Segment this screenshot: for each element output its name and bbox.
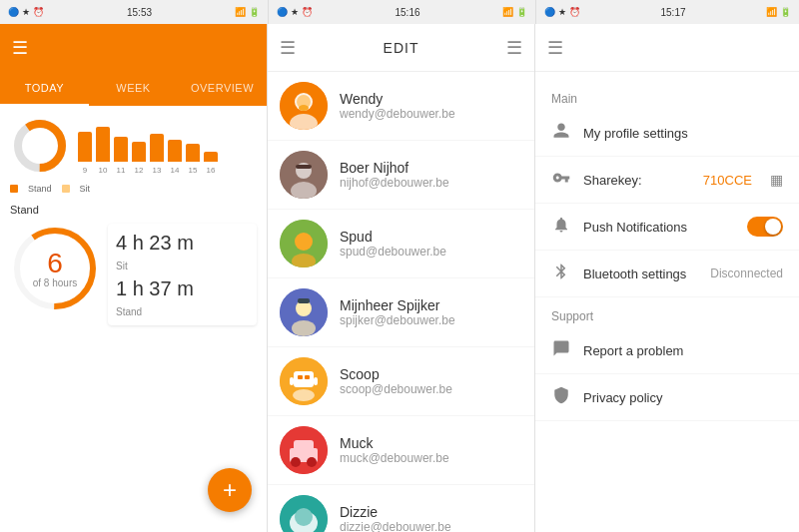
hamburger-icon-right[interactable]: ☰ (547, 37, 563, 59)
bar-label-11: 11 (114, 166, 128, 175)
contact-email-dizzie: dizzie@debouwer.be (340, 520, 522, 532)
panel-contacts: ☰ EDIT ☰ Wendy wendy@debouwer.be (268, 24, 535, 532)
hamburger-icon-mid[interactable]: ☰ (280, 37, 296, 59)
bluetooth-label: Bluetooth settings (583, 266, 698, 281)
panel-settings: ☰ Main My profile settings Sharekey: 710… (535, 24, 799, 532)
contact-info-mijnheer: Mijnheer Spijker spijker@debouwer.be (340, 297, 522, 327)
contact-info-spud: Spud spud@debouwer.be (340, 229, 522, 259)
contact-name-spud: Spud (340, 229, 522, 245)
status-icons-2: 🔵★⏰ (277, 7, 313, 17)
settings-header: ☰ (535, 24, 799, 72)
contact-scoop[interactable]: Scoop scoop@debouwer.be (268, 347, 534, 416)
time-stats: 4 h 23 m Sit 1 h 37 m Stand (108, 224, 257, 325)
sharekey-label: Sharekey: (583, 173, 691, 188)
bluetooth-icon (551, 263, 571, 284)
contact-dizzie[interactable]: Dizzie dizzie@debouwer.be (268, 485, 534, 532)
svg-rect-23 (305, 375, 310, 379)
status-icons-2b: 📶🔋 (502, 7, 527, 17)
legend-stand-label: Stand (28, 184, 52, 194)
bar-labels: 9 10 11 12 13 14 15 16 (78, 166, 257, 175)
settings-report[interactable]: Report a problem (535, 327, 799, 374)
tab-overview[interactable]: OVERVIEW (178, 72, 267, 106)
bar-4 (132, 142, 146, 162)
hamburger-icon-left[interactable]: ☰ (12, 37, 28, 59)
stand-time: 1 h 37 m (116, 277, 249, 300)
chart-row: 9 10 11 12 13 14 15 16 (10, 116, 257, 176)
bar-3 (114, 137, 128, 162)
stand-row: 6 of 8 hours 4 h 23 m Sit 1 h 37 m Stand (10, 224, 257, 325)
contact-name-mijnheer: Mijnheer Spijker (340, 297, 522, 313)
svg-rect-22 (298, 375, 303, 379)
tab-today[interactable]: TODAY (0, 72, 89, 106)
bar-1 (78, 132, 92, 162)
bar-label-15: 15 (186, 166, 200, 175)
svg-rect-25 (314, 377, 318, 385)
settings-privacy[interactable]: Privacy policy (535, 374, 799, 421)
contact-muck[interactable]: Muck muck@debouwer.be (268, 416, 534, 485)
avatar-spud (280, 220, 328, 267)
status-icons-1: 🔵★⏰ (8, 7, 44, 17)
contact-info-muck: Muck muck@debouwer.be (340, 435, 522, 465)
bar-label-12: 12 (132, 166, 146, 175)
contact-wendy[interactable]: Wendy wendy@debouwer.be (268, 72, 534, 141)
shield-icon (551, 386, 571, 408)
stand-circle: 6 of 8 hours (10, 224, 100, 313)
svg-point-19 (292, 320, 316, 336)
avatar-wendy (280, 82, 328, 130)
support-section-title: Support (535, 297, 799, 327)
bar-6 (168, 140, 182, 162)
donut-chart (10, 116, 70, 176)
contact-email-scoop: scoop@debouwer.be (340, 382, 522, 396)
main-section-title: Main (535, 80, 799, 110)
bar-5 (150, 134, 164, 162)
circle-inner: 6 of 8 hours (33, 250, 77, 288)
svg-rect-24 (290, 377, 294, 385)
svg-point-8 (299, 105, 309, 111)
contact-boer[interactable]: Boer Nijhof nijhof@debouwer.be (268, 141, 534, 210)
tab-week[interactable]: WEEK (89, 72, 178, 106)
key-icon (551, 169, 571, 191)
svg-rect-11 (296, 165, 312, 169)
contact-info-wendy: Wendy wendy@debouwer.be (340, 91, 522, 121)
time-3: 15:17 (660, 7, 685, 18)
contact-spud[interactable]: Spud spud@debouwer.be (268, 210, 534, 278)
svg-rect-21 (294, 371, 314, 387)
tab-bar: TODAY WEEK OVERVIEW (0, 72, 267, 106)
settings-sharekey[interactable]: Sharekey: 710CCE ▦ (535, 157, 799, 204)
settings-notifications[interactable]: Push Notifications (535, 204, 799, 251)
contact-email-muck: muck@debouwer.be (340, 451, 522, 465)
activity-header: ☰ (0, 24, 267, 72)
notifications-label: Push Notifications (583, 220, 735, 235)
privacy-label: Privacy policy (583, 390, 783, 405)
settings-bluetooth[interactable]: Bluetooth settings Disconnected (535, 251, 799, 297)
sit-time: 4 h 23 m (116, 232, 249, 255)
contact-info-scoop: Scoop scoop@debouwer.be (340, 366, 522, 396)
contacts-list: Wendy wendy@debouwer.be Boer Nijhof nijh… (268, 72, 534, 532)
status-bar-1: 🔵★⏰ 15:53 📶🔋 (0, 0, 268, 24)
avatar-mijnheer (280, 288, 328, 336)
avatar-muck (280, 426, 328, 474)
svg-point-29 (291, 457, 301, 467)
status-icons-3: 🔵★⏰ (544, 7, 580, 17)
time-2: 15:16 (395, 7, 419, 18)
hamburger-icon-mid2[interactable]: ☰ (506, 37, 522, 59)
stand-section-label: Stand (10, 204, 257, 216)
contact-email-boer: nijhof@debouwer.be (340, 176, 522, 190)
bar-chart-container: 9 10 11 12 13 14 15 16 (78, 117, 257, 175)
svg-rect-18 (298, 298, 310, 303)
contact-mijnheer[interactable]: Mijnheer Spijker spijker@debouwer.be (268, 278, 534, 347)
status-icons-3b: 📶🔋 (766, 7, 791, 17)
contact-email-spud: spud@debouwer.be (340, 245, 522, 259)
svg-point-34 (295, 508, 313, 526)
settings-profile[interactable]: My profile settings (535, 110, 799, 157)
contact-email-wendy: wendy@debouwer.be (340, 107, 522, 121)
legend-sit-label: Sit (80, 184, 91, 194)
contact-name-muck: Muck (340, 435, 522, 451)
fab-add-contact[interactable]: + (208, 468, 252, 512)
qr-icon: ▦ (770, 172, 783, 188)
contact-name-scoop: Scoop (340, 366, 522, 382)
bar-2 (96, 127, 110, 162)
notifications-toggle[interactable] (747, 217, 783, 237)
contact-email-mijnheer: spijker@debouwer.be (340, 313, 522, 327)
legend-sit-dot (62, 185, 70, 193)
